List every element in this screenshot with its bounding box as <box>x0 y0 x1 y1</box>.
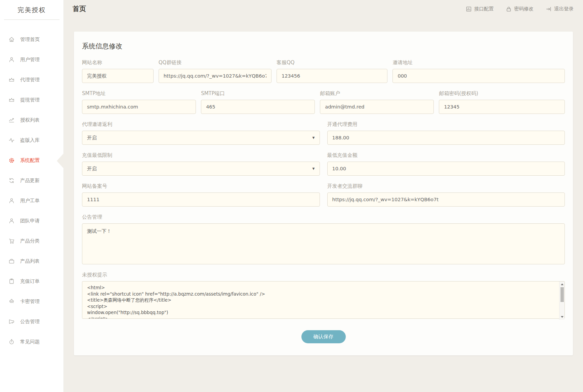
qq-group-link-input[interactable] <box>159 69 272 83</box>
grid-chart-icon <box>466 6 472 12</box>
qq-group-link-label: QQ群链接 <box>159 59 272 66</box>
sidebar-item-withdraw-management[interactable]: 提现管理 <box>0 90 64 110</box>
briefcase-icon <box>8 258 15 264</box>
agent-fee-input[interactable] <box>327 131 565 145</box>
sidebar-item-card-key-management[interactable]: 卡密管理 <box>0 291 64 311</box>
scroll-down-arrow-icon[interactable] <box>561 316 564 318</box>
smtp-port-label: SMTP端口 <box>201 90 315 97</box>
crown-icon <box>8 97 15 103</box>
textarea-scrollbar[interactable] <box>559 281 565 320</box>
agent-rebate-label: 代理邀请返利 <box>82 121 320 128</box>
form-row-4: 充值最低限制 开启 ▼ 最低充值金额 <box>82 152 565 176</box>
sidebar-item-label: 授权列表 <box>20 117 40 123</box>
sidebar-item-product-category[interactable]: 产品分类 <box>0 231 64 251</box>
sidebar-item-label: 常见问题 <box>20 339 40 345</box>
sidebar-item-label: 用户管理 <box>20 56 40 63</box>
sidebar-item-label: 公告管理 <box>20 318 40 325</box>
active-item-notch <box>57 153 64 169</box>
scroll-up-arrow-icon[interactable] <box>561 284 564 285</box>
agent-fee-field-group: 开通代理费用 <box>327 121 565 145</box>
trend-chart-icon <box>8 117 15 123</box>
sidebar-item-admin-home[interactable]: 管理首页 <box>0 29 64 49</box>
sidebar-item-user-tickets[interactable]: 用户工单 <box>0 190 64 211</box>
icp-number-input[interactable] <box>82 192 320 207</box>
sidebar-item-faq[interactable]: 常见问题 <box>0 332 64 352</box>
form-row-6: 公告管理 <box>82 214 565 264</box>
unauthorized-tip-code-wrap <box>82 281 565 320</box>
service-qq-input[interactable] <box>277 69 388 83</box>
min-recharge-input[interactable] <box>327 162 565 176</box>
form-row-7: 未授权提示 <box>82 272 565 320</box>
logout-icon <box>546 6 552 12</box>
icp-number-field-group: 网站备案号 <box>82 183 320 207</box>
sidebar-item-product-list[interactable]: 产品列表 <box>0 251 64 271</box>
sidebar-item-user-management[interactable]: 用户管理 <box>0 49 64 70</box>
topbar: 首页 接口配置 密码修改 退出登录 <box>64 0 583 18</box>
unauthorized-tip-field-group: 未授权提示 <box>82 272 565 320</box>
logo-divider <box>4 19 59 20</box>
sidebar-item-announcement-management[interactable]: 公告管理 <box>0 311 64 332</box>
sidebar-item-system-config[interactable]: 系统配置 <box>0 150 64 170</box>
service-qq-label: 客服QQ <box>277 59 388 66</box>
home-icon <box>8 36 15 43</box>
dev-group-link-input[interactable] <box>327 192 565 207</box>
cart-icon <box>8 238 15 244</box>
chevron-down-icon: ▼ <box>313 167 315 170</box>
sidebar-item-license-list[interactable]: 授权列表 <box>0 110 64 130</box>
sidebar-item-pirate-intake[interactable]: 盗版入库 <box>0 130 64 150</box>
api-config-link[interactable]: 接口配置 <box>466 6 494 12</box>
agent-rebate-select[interactable]: 开启 ▼ <box>82 131 320 145</box>
service-qq-field-group: 客服QQ <box>277 59 388 83</box>
unauthorized-tip-label: 未授权提示 <box>82 272 565 278</box>
user-icon <box>8 198 15 204</box>
scrollbar-thumb[interactable] <box>560 287 564 302</box>
mail-account-input[interactable] <box>320 100 434 114</box>
sidebar: 完美授权 管理首页 用户管理 代理管理 提现管理 <box>0 0 64 392</box>
invite-address-label: 邀请地址 <box>392 59 565 66</box>
qq-group-link-field-group: QQ群链接 <box>159 59 272 83</box>
sidebar-item-label: 产品列表 <box>20 258 40 264</box>
agent-fee-label: 开通代理费用 <box>327 121 565 128</box>
dev-group-link-field-group: 开发者交流群聊 <box>327 183 565 207</box>
sidebar-nav: 管理首页 用户管理 代理管理 提现管理 授权列表 <box>0 29 64 352</box>
announcement-label: 公告管理 <box>82 214 565 220</box>
app-logo: 完美授权 <box>0 0 64 17</box>
agent-rebate-field-group: 代理邀请返利 开启 ▼ <box>82 121 320 145</box>
smtp-host-input[interactable] <box>82 100 196 114</box>
system-info-card: 系统信息修改 网站名称 QQ群链接 客服QQ 邀请地址 SMTP地址 <box>74 32 573 355</box>
refresh-icon <box>8 177 15 184</box>
smtp-host-label: SMTP地址 <box>82 90 196 97</box>
mail-password-field-group: 邮箱密码(授权码) <box>439 90 565 114</box>
sidebar-item-label: 代理管理 <box>20 77 40 83</box>
sidebar-item-label: 卡密管理 <box>20 298 40 305</box>
logout-link[interactable]: 退出登录 <box>546 6 574 12</box>
change-password-label: 密码修改 <box>514 6 534 12</box>
sidebar-item-agent-management[interactable]: 代理管理 <box>0 70 64 90</box>
lock-icon <box>506 6 512 12</box>
announcement-textarea[interactable] <box>82 223 565 264</box>
confirm-save-button[interactable]: 确认保存 <box>301 330 346 343</box>
logout-label: 退出登录 <box>554 6 574 12</box>
smtp-port-input[interactable] <box>201 100 315 114</box>
sidebar-item-label: 盗版入库 <box>20 137 40 143</box>
sidebar-item-team-apply[interactable]: 团队申请 <box>0 211 64 231</box>
form-row-3: 代理邀请返利 开启 ▼ 开通代理费用 <box>82 121 565 145</box>
sidebar-item-label: 系统配置 <box>20 157 40 164</box>
site-name-input[interactable] <box>82 69 154 83</box>
sidebar-item-label: 管理首页 <box>20 36 40 43</box>
stopwatch-icon <box>8 339 15 345</box>
recharge-limit-select[interactable]: 开启 ▼ <box>82 162 320 176</box>
sidebar-item-product-update[interactable]: 产品更新 <box>0 170 64 190</box>
change-password-link[interactable]: 密码修改 <box>506 6 534 12</box>
invite-address-input[interactable] <box>392 69 565 83</box>
unauthorized-tip-textarea[interactable] <box>82 281 565 319</box>
mail-password-label: 邮箱密码(授权码) <box>439 90 565 97</box>
mail-account-label: 邮箱账户 <box>320 90 434 97</box>
brush-icon <box>8 298 15 305</box>
sidebar-item-recharge-orders[interactable]: 充值订单 <box>0 271 64 291</box>
recharge-limit-value: 开启 <box>87 166 97 172</box>
mail-password-input[interactable] <box>439 100 565 114</box>
crown-icon <box>8 77 15 83</box>
sidebar-item-label: 用户工单 <box>20 198 40 204</box>
agent-rebate-value: 开启 <box>87 135 97 141</box>
